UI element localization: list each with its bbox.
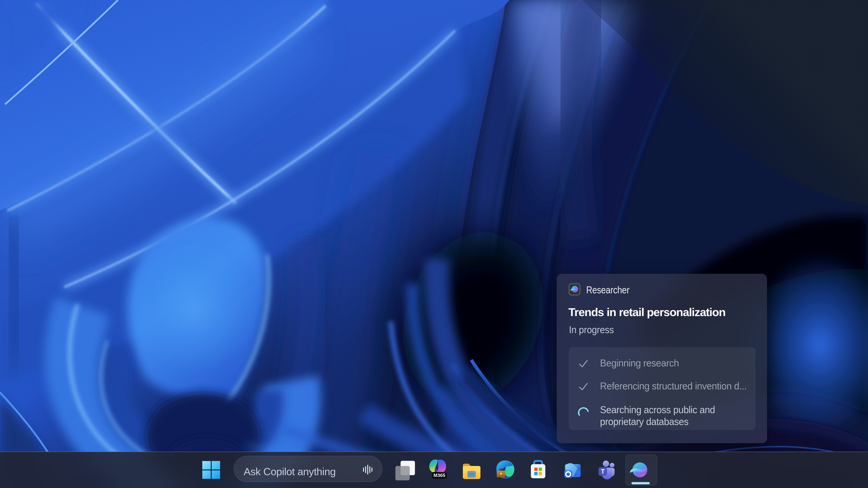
svg-text:M365: M365 xyxy=(434,473,445,478)
svg-text:T: T xyxy=(601,468,605,475)
